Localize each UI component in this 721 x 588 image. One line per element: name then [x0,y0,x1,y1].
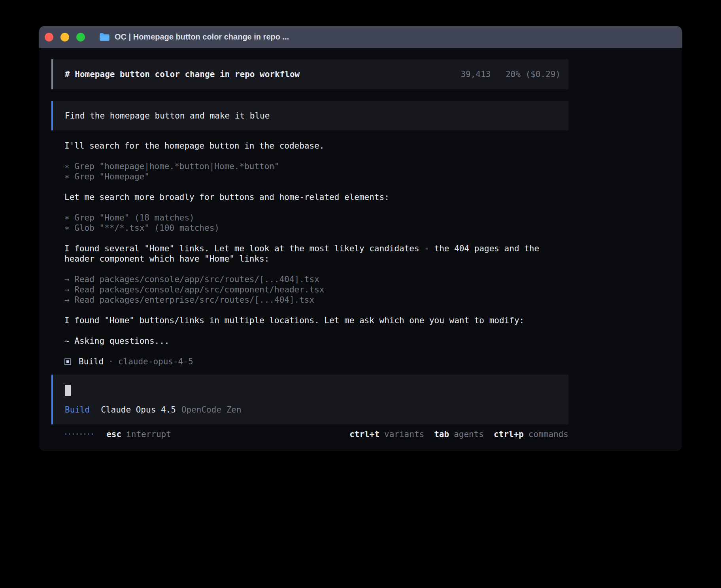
assistant-paragraph: Let me search more broadly for buttons a… [64,192,568,202]
tool-call-line: ∗ Grep "Homepage" [64,172,568,182]
assistant-text-line: I found "Home" buttons/links in multiple… [64,315,568,326]
transcript: I'll search for the homepage button in t… [51,141,568,367]
composer-model-label[interactable]: Claude Opus 4.5 [101,405,176,415]
session-header: # Homepage button color change in repo w… [51,59,568,89]
spinner-dots: ········ [63,429,94,439]
tool-call-line: → Read packages/console/app/src/componen… [64,285,568,295]
assistant-text-line: Let me search more broadly for buttons a… [64,192,568,202]
shortcut-agents: tab agents [434,429,484,439]
context-usage: 20% ($0.29) [506,70,561,79]
text-cursor [65,385,71,396]
folder-icon [99,32,110,41]
status-bar: ········ esc interrupt ctrl+t variants t… [51,429,568,439]
assistant-text-line: ~ Asking questions... [64,336,568,346]
tool-call-line: ∗ Glob "**/*.tsx" (100 matches) [64,223,568,233]
tool-call-line: → Read packages/enterprise/src/routes/[.… [64,295,568,305]
esc-key-label: interrupt [126,429,171,439]
status-bar-left: ········ esc interrupt [63,429,171,439]
shortcut-commands: ctrl+p commands [494,429,568,439]
window-titlebar: OC | Homepage button color change in rep… [39,26,682,48]
agent-status-model: claude-opus-4-5 [118,356,193,367]
zoom-button[interactable] [76,33,85,41]
terminal-window: OC | Homepage button color change in rep… [39,26,682,451]
assistant-paragraph: ~ Asking questions... [64,336,568,346]
agent-status-name: Build [79,356,104,367]
close-button[interactable] [45,33,53,41]
status-bar-right: ctrl+t variants tab agents ctrl+p comman… [349,429,568,439]
tool-call-group: ∗ Grep "homepage|home.*button|Home.*butt… [64,161,568,182]
token-count: 39,413 [461,70,491,79]
agent-icon [64,358,71,365]
shortcut-variants: ctrl+t variants [349,429,424,439]
terminal-content: # Homepage button color change in repo w… [39,48,682,439]
shortcut-key: tab [434,429,449,439]
agent-status-line: Build · claude-opus-4-5 [64,356,568,367]
agent-status-separator: · [108,356,113,367]
composer-meta: Build Claude Opus 4.5 OpenCode Zen [65,405,561,415]
shortcut-label: agents [454,429,484,439]
session-title: # Homepage button color change in repo w… [65,69,300,79]
assistant-paragraph: I found "Home" buttons/links in multiple… [64,315,568,326]
esc-key-hint: esc [106,429,121,439]
session-stats: 39,413 20% ($0.29) [461,69,561,79]
shortcut-key: ctrl+p [494,429,524,439]
shortcut-label: variants [384,429,424,439]
tool-call-group: → Read packages/console/app/src/routes/[… [64,274,568,305]
window-title: OC | Homepage button color change in rep… [115,32,289,41]
tool-call-line: ∗ Grep "Home" (18 matches) [64,213,568,223]
assistant-text-line: I'll search for the homepage button in t… [64,141,568,151]
user-message: Find the homepage button and make it blu… [51,101,568,130]
tool-call-line: ∗ Grep "homepage|home.*button|Home.*butt… [64,161,568,172]
agent-icon-dot [66,360,69,363]
composer-provider-label: OpenCode Zen [181,405,242,415]
assistant-paragraph: I'll search for the homepage button in t… [64,141,568,151]
assistant-paragraph: I found several "Home" links. Let me loo… [64,243,568,264]
tool-call-line: → Read packages/console/app/src/routes/[… [64,274,568,285]
composer-agent-label[interactable]: Build [65,405,90,415]
user-message-text: Find the homepage button and make it blu… [65,111,270,121]
composer-input[interactable]: Build Claude Opus 4.5 OpenCode Zen [51,375,568,424]
assistant-text-line: I found several "Home" links. Let me loo… [64,243,568,264]
shortcut-label: commands [528,429,568,439]
minimize-button[interactable] [60,33,69,41]
tool-call-group: ∗ Grep "Home" (18 matches) ∗ Glob "**/*.… [64,213,568,233]
shortcut-key: ctrl+t [349,429,379,439]
